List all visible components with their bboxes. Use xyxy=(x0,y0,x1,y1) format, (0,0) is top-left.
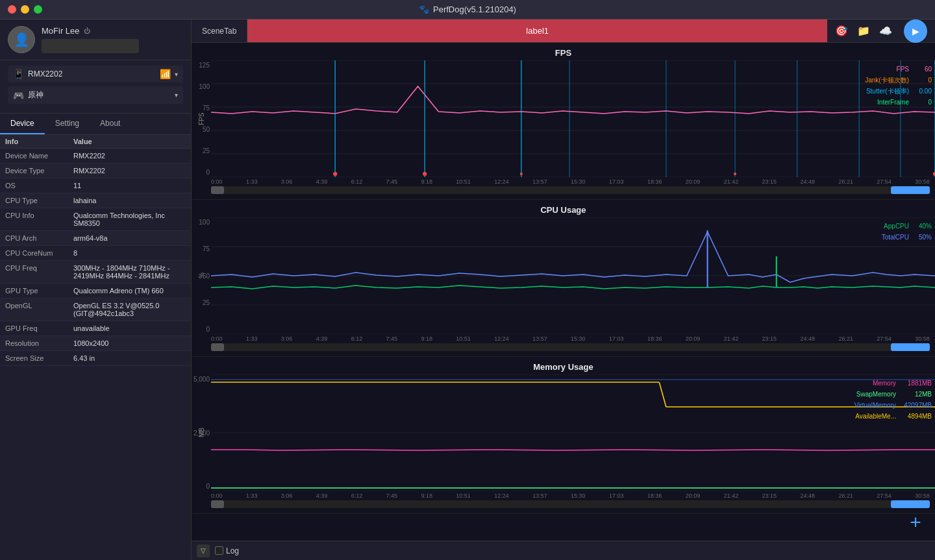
x-axis-label: 12:24 xyxy=(494,335,509,342)
svg-point-18 xyxy=(520,173,523,175)
x-axis-label: 1:33 xyxy=(246,493,258,499)
x-axis-label: 18:36 xyxy=(647,493,662,499)
folder-icon[interactable]: 📁 xyxy=(857,25,870,37)
user-name: MoFir Lee ⏻ xyxy=(42,26,183,36)
device-name-label: RMX2202 xyxy=(28,69,156,79)
device-icon: 📱 xyxy=(13,69,24,79)
x-axis-label: 13:57 xyxy=(532,493,547,499)
log-checkbox[interactable] xyxy=(215,546,223,555)
x-axis-label: 24:48 xyxy=(801,178,816,185)
info-key: Screen Size xyxy=(5,354,73,362)
minimize-button[interactable] xyxy=(21,5,29,14)
x-axis-label: 17:03 xyxy=(609,178,624,185)
x-axis-label: 0:00 xyxy=(211,493,223,499)
tab-setting[interactable]: Setting xyxy=(45,114,90,134)
app-container: 👤 MoFir Lee ⏻ 📱 RMX2202 📶 ▾ 🎮 原神 ▾ xyxy=(0,19,935,560)
fps-chart-wrapper: FPS xyxy=(192,60,935,177)
info-key: Device Type xyxy=(5,167,73,175)
cpu-y-ticks: 100 75 50 25 0 xyxy=(193,217,212,334)
x-axis-label: 3:06 xyxy=(281,493,293,499)
app-selector-row[interactable]: 🎮 原神 ▾ xyxy=(8,86,183,104)
info-value: 11 xyxy=(73,182,186,189)
info-row: Device NameRMX2202 xyxy=(0,149,191,164)
info-row: CPU InfoQualcomm Technologies, Inc SM835… xyxy=(0,208,191,231)
x-axis-label: 26:21 xyxy=(838,335,853,342)
fps-scrollbar-thumb[interactable] xyxy=(891,186,930,194)
info-key: CPU Freq xyxy=(5,264,73,272)
fps-scrollbar[interactable] xyxy=(211,186,930,194)
fps-values: 60 0 0.00 0 xyxy=(919,64,932,108)
device-selector-row[interactable]: 📱 RMX2202 📶 ▾ xyxy=(8,66,183,82)
log-label: Log xyxy=(226,546,239,555)
location-icon[interactable]: 🎯 xyxy=(835,25,848,37)
info-key: OpenGL xyxy=(5,302,73,310)
svg-point-19 xyxy=(734,173,736,175)
info-value: Qualcomm Adreno (TM) 660 xyxy=(73,287,186,295)
cloud-icon[interactable]: ☁️ xyxy=(879,25,892,37)
fps-x-axis: 0:001:333:064:396:127:459:1810:5112:2413… xyxy=(192,177,935,186)
memory-scrollbar-thumb[interactable] xyxy=(891,500,930,508)
close-button[interactable] xyxy=(8,5,16,14)
cpu-scrollbar-thumb[interactable] xyxy=(891,343,930,351)
x-axis-label: 18:36 xyxy=(647,335,662,342)
x-axis-label: 7:45 xyxy=(386,493,398,499)
x-axis-label: 9:18 xyxy=(421,493,432,499)
info-row: Resolution1080x2400 xyxy=(0,336,191,351)
info-key: CPU Info xyxy=(5,212,73,219)
x-axis-label: 13:57 xyxy=(532,335,547,342)
user-info: MoFir Lee ⏻ xyxy=(42,26,183,53)
fps-y-ticks: 125 100 75 50 25 0 xyxy=(193,60,212,177)
x-axis-label: 7:45 xyxy=(386,335,398,342)
memory-legend: Memory SwapMemory VirtualMemory Availabl… xyxy=(854,378,896,422)
x-axis-label: 18:36 xyxy=(647,178,662,185)
x-axis-label: 0:00 xyxy=(211,178,223,185)
app-name-label: 原神 xyxy=(28,90,171,101)
x-axis-label: 10:51 xyxy=(456,493,471,499)
x-axis-label: 20:09 xyxy=(686,335,701,342)
scene-tab-button[interactable]: SceneTab xyxy=(192,19,247,42)
cpu-scrollbar[interactable] xyxy=(211,343,930,351)
cpu-chart-svg xyxy=(211,217,935,334)
play-button[interactable]: ▶ xyxy=(904,19,927,43)
x-axis-label: 27:54 xyxy=(877,493,891,499)
app-icon-small: 🎮 xyxy=(13,90,24,101)
info-key: GPU Freq xyxy=(5,324,73,332)
fullscreen-button[interactable] xyxy=(34,5,42,14)
memory-chart-wrapper: MB xyxy=(192,374,935,491)
tab-about[interactable]: About xyxy=(90,114,131,134)
x-axis-label: 23:15 xyxy=(762,335,777,342)
x-axis-label: 0:00 xyxy=(211,335,223,342)
x-axis-label: 30:58 xyxy=(915,493,930,499)
svg-line-32 xyxy=(659,382,666,407)
x-axis-label: 6:12 xyxy=(351,335,363,342)
x-axis-label: 15:30 xyxy=(571,335,586,342)
sidebar-tab-bar: Device Setting About xyxy=(0,114,191,135)
memory-scrollbar[interactable] xyxy=(211,500,930,508)
label1-bar[interactable]: label1 xyxy=(247,19,827,42)
main-content: SceneTab label1 🎯 📁 ☁️ ▶ FPS FPS xyxy=(192,19,935,560)
fps-chart-title: FPS xyxy=(192,48,935,58)
expand-button[interactable]: ▽ xyxy=(197,544,210,557)
cpu-scrollbar-left xyxy=(211,343,224,351)
power-icon[interactable]: ⏻ xyxy=(84,27,90,34)
x-axis-label: 21:42 xyxy=(724,178,739,185)
x-axis-label: 21:42 xyxy=(724,335,739,342)
log-checkbox-row[interactable]: Log xyxy=(215,546,239,555)
tab-device[interactable]: Device xyxy=(0,114,45,134)
info-value: 8 xyxy=(73,249,186,257)
x-axis-label: 1:33 xyxy=(246,335,258,342)
x-axis-label: 12:24 xyxy=(494,493,509,499)
cpu-chart-container: CPU Usage % xyxy=(192,200,935,357)
col-value-header: Value xyxy=(73,138,186,145)
x-axis-label: 23:15 xyxy=(762,493,777,499)
cpu-x-axis: 0:001:333:064:396:127:459:1810:5112:2413… xyxy=(192,334,935,343)
device-selector-section: 📱 RMX2202 📶 ▾ 🎮 原神 ▾ xyxy=(0,60,191,114)
info-table-header: Info Value xyxy=(0,135,191,149)
memory-chart-svg xyxy=(211,374,935,491)
info-key: OS xyxy=(5,182,73,189)
info-row: Device TypeRMX2202 xyxy=(0,164,191,178)
x-axis-label: 6:12 xyxy=(351,493,363,499)
add-chart-button[interactable]: + xyxy=(905,512,926,533)
search-input[interactable] xyxy=(42,39,139,53)
x-axis-label: 6:12 xyxy=(351,178,363,185)
